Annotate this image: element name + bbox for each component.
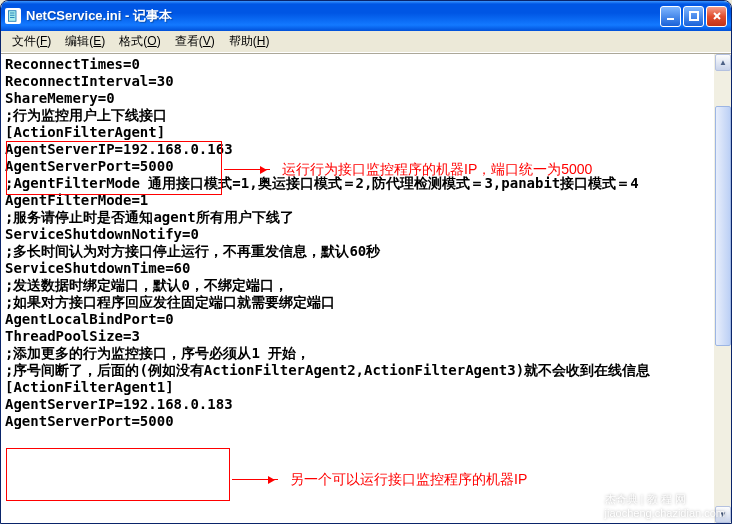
svg-rect-4 [667, 18, 674, 20]
window-controls [660, 6, 727, 27]
text-line: AgentServerIP=192.168.0.183 [5, 396, 710, 413]
text-line: ShareMemery=0 [5, 90, 710, 107]
menu-file[interactable]: 文件(F) [5, 31, 58, 52]
annotation-arrow-2 [232, 479, 278, 480]
minimize-button[interactable] [660, 6, 681, 27]
text-line: [ActionFilterAgent] [5, 124, 710, 141]
watermark: 杰奇典 | 教 程 网 jiaocheng.chazidian.com [605, 492, 725, 519]
annotation-text-2: 另一个可以运行接口监控程序的机器IP [290, 471, 527, 488]
content-wrap: ReconnectTimes=0ReconnectInterval=30Shar… [1, 53, 731, 523]
text-line: ServiceShutdownTime=60 [5, 260, 710, 277]
text-line: AgentLocalBindPort=0 [5, 311, 710, 328]
menubar: 文件(F) 编辑(E) 格式(O) 查看(V) 帮助(H) [1, 31, 731, 53]
annotation-arrow-1 [224, 169, 270, 170]
menu-edit[interactable]: 编辑(E) [58, 31, 112, 52]
text-line: ;行为监控用户上下线接口 [5, 107, 710, 124]
scroll-track[interactable] [715, 71, 731, 506]
text-line: ;如果对方接口程序回应发往固定端口就需要绑定端口 [5, 294, 710, 311]
text-line: ReconnectInterval=30 [5, 73, 710, 90]
scroll-up-button[interactable]: ▲ [715, 54, 731, 71]
menu-view[interactable]: 查看(V) [168, 31, 222, 52]
menu-format[interactable]: 格式(O) [112, 31, 167, 52]
notepad-window: NetCService.ini - 记事本 文件(F) 编辑(E) 格式(O) … [0, 0, 732, 524]
close-button[interactable] [706, 6, 727, 27]
maximize-button[interactable] [683, 6, 704, 27]
text-line: ;添加更多的行为监控接口，序号必须从1 开始， [5, 345, 710, 362]
annotation-text-1: 运行行为接口监控程序的机器IP，端口统一为5000 [282, 161, 592, 178]
scroll-thumb[interactable] [715, 106, 731, 346]
text-line: AgentServerPort=5000 [5, 413, 710, 430]
menu-help[interactable]: 帮助(H) [222, 31, 277, 52]
vertical-scrollbar[interactable]: ▲ ▼ [714, 54, 731, 523]
window-title: NetCService.ini - 记事本 [26, 7, 660, 25]
text-line: AgentFilterMode=1 [5, 192, 710, 209]
text-line: ;序号间断了，后面的(例如没有ActionFilterAgent2,Action… [5, 362, 710, 379]
text-line: ;服务请停止时是否通知agent所有用户下线了 [5, 209, 710, 226]
titlebar[interactable]: NetCService.ini - 记事本 [1, 1, 731, 31]
app-icon [5, 8, 21, 24]
text-area[interactable]: ReconnectTimes=0ReconnectInterval=30Shar… [1, 54, 714, 523]
svg-rect-0 [9, 11, 17, 22]
text-line: ServiceShutdownNotify=0 [5, 226, 710, 243]
text-line: ReconnectTimes=0 [5, 56, 710, 73]
text-line: AgentServerIP=192.168.0.163 [5, 141, 710, 158]
svg-rect-5 [690, 12, 698, 20]
text-line: [ActionFilterAgent1] [5, 379, 710, 396]
text-line: ;发送数据时绑定端口，默认0，不绑定端口， [5, 277, 710, 294]
text-line: ;多长时间认为对方接口停止运行，不再重发信息，默认60秒 [5, 243, 710, 260]
text-line: ThreadPoolSize=3 [5, 328, 710, 345]
